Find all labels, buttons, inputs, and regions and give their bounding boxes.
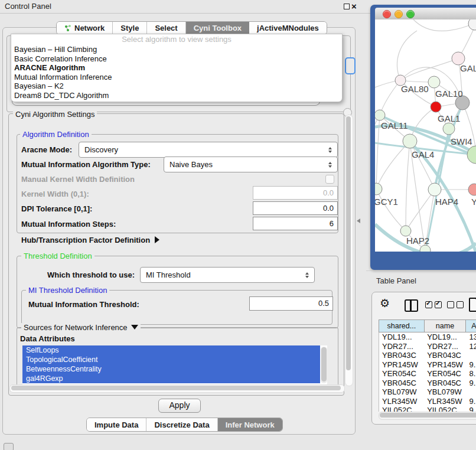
node-label: HAP4: [435, 197, 458, 207]
network-edge[interactable]: [376, 189, 406, 231]
kernel-width-field[interactable]: 0.0: [253, 186, 338, 200]
dpi-tolerance-field[interactable]: 0.0: [253, 201, 338, 215]
float-window-icon[interactable]: [344, 4, 350, 9]
scrollbar-thumb[interactable]: [346, 116, 351, 370]
network-edge[interactable]: [406, 141, 410, 231]
attribute-item-selected[interactable]: BetweennessCentrality: [22, 364, 320, 374]
table-row[interactable]: YER054CYER054C8.: [379, 369, 476, 379]
mi-threshold-field[interactable]: 0.5: [249, 296, 333, 311]
network-node[interactable]: [443, 123, 455, 135]
gear-icon[interactable]: ⚙: [380, 296, 390, 309]
table-row[interactable]: YBR043CYBR043C: [379, 351, 476, 360]
network-window-titlebar[interactable]: [375, 8, 476, 20]
table-panel-card: ⚙ shared... name A YDL19...YDL19...13 YD…: [371, 292, 476, 425]
dropdown-item-selected[interactable]: ARACNE Algorithm: [11, 63, 342, 73]
network-node[interactable]: [428, 183, 441, 196]
network-node[interactable]: [468, 184, 476, 195]
scrollbar-thumb[interactable]: [11, 386, 341, 390]
dpi-tolerance-label: DPI Tolerance [0,1]:: [21, 204, 92, 213]
attribute-item-selected[interactable]: TopologicalCoefficient: [22, 355, 320, 364]
minimize-traffic-light[interactable]: [395, 10, 403, 18]
network-window[interactable]: GALGAL80GAL10GAL1GAL11SWI4GAL4GCY1HAP4YH…: [370, 5, 476, 270]
attribute-item-selected[interactable]: SelfLoops: [22, 345, 320, 355]
network-node[interactable]: [400, 226, 411, 236]
algorithm-dropdown: Select algorithm to view settings Bayesi…: [11, 34, 343, 102]
tab-discretize-data[interactable]: Discretize Data: [146, 418, 217, 431]
network-canvas[interactable]: GALGAL80GAL10GAL1GAL11SWI4GAL4GCY1HAP4YH…: [375, 19, 476, 252]
checked-box-icon: [425, 301, 432, 308]
network-node[interactable]: [403, 134, 417, 148]
dropdown-item[interactable]: Mutual Information Inference: [11, 73, 342, 82]
settings-horizontal-scrollbar[interactable]: [9, 384, 345, 393]
algorithm-definition-legend: Algorithm Definition: [20, 130, 92, 139]
which-threshold-combo[interactable]: MI Threshold: [140, 267, 315, 283]
network-node[interactable]: [420, 245, 431, 252]
table-row[interactable]: YDR27...YDR27...12: [379, 342, 476, 351]
dropdown-item[interactable]: Bayesian – Hill Climbing: [11, 45, 342, 54]
attribute-item-selected[interactable]: gal4RGexp: [22, 374, 320, 383]
dropdown-item[interactable]: Basic Correlation Inference: [11, 54, 342, 64]
close-icon[interactable]: ×: [351, 0, 357, 13]
node-label: GAL11: [381, 120, 408, 131]
scrollbar-thumb[interactable]: [380, 413, 476, 418]
network-edge[interactable]: [400, 58, 458, 80]
network-node[interactable]: [375, 183, 382, 195]
table-row[interactable]: YPR145WYPR145W9.: [379, 360, 476, 370]
settings-vertical-scrollbar[interactable]: [345, 115, 353, 386]
collapsed-mini-tab[interactable]: [4, 443, 14, 450]
table-row[interactable]: YLR345WYLR345W9.: [379, 397, 476, 406]
network-node[interactable]: [375, 110, 385, 120]
spinner-arrows-icon: [325, 147, 335, 153]
network-edge[interactable]: [380, 80, 400, 115]
table-horizontal-scrollbar[interactable]: [379, 412, 476, 420]
network-edge[interactable]: [376, 141, 410, 189]
network-edge[interactable]: [397, 31, 417, 80]
tab-network[interactable]: Network: [57, 22, 113, 34]
tab-style[interactable]: Style: [113, 22, 147, 34]
table-row[interactable]: YDL19...YDL19...13: [379, 332, 476, 342]
unchecked-box-icon: [447, 301, 454, 308]
select-all-columns-icon[interactable]: [425, 301, 442, 308]
node-table: shared... name A YDL19...YDL19...13 YDR2…: [379, 319, 476, 412]
table-row[interactable]: YIL052CYIL052C9: [379, 406, 476, 412]
tab-infer-network[interactable]: Infer Network: [218, 418, 282, 431]
tab-cyni-toolbox[interactable]: Cyni Toolbox: [186, 22, 249, 34]
dropdown-item[interactable]: Dream8 DC_TDC Algorithm: [11, 91, 342, 100]
network-node[interactable]: [428, 76, 440, 88]
deselect-all-columns-icon[interactable]: [447, 301, 464, 308]
table-panel-divider: [366, 270, 476, 271]
apply-button[interactable]: Apply: [158, 399, 201, 413]
mi-steps-field[interactable]: 6: [253, 217, 338, 230]
dropdown-item[interactable]: Bayesian – K2: [11, 81, 342, 91]
aracne-mode-combo[interactable]: Discovery: [79, 142, 338, 158]
network-icon: [64, 25, 71, 32]
which-threshold-label: Which threshold to use:: [47, 270, 135, 279]
manual-kernel-label: Manual Kernel Width Definition: [21, 175, 135, 184]
column-header-name[interactable]: name: [425, 319, 467, 332]
column-header-clipped[interactable]: A: [466, 319, 476, 332]
network-node[interactable]: [431, 102, 441, 112]
close-traffic-light[interactable]: [383, 10, 391, 18]
tab-jactivemnodules[interactable]: jActiveMNodules: [249, 22, 327, 34]
threshold-definition-legend: Threshold Definition: [21, 252, 94, 260]
tab-select[interactable]: Select: [147, 22, 185, 34]
collapsed-arrow-icon: [155, 236, 159, 243]
hub-definition-toggle[interactable]: Hub/Transcription Factor Definition: [21, 236, 159, 244]
table-row[interactable]: YBL079WYBL079W: [379, 387, 476, 397]
network-node[interactable]: [468, 19, 476, 30]
data-attributes-label: Data Attributes: [20, 334, 75, 343]
mi-type-combo[interactable]: Naive Bayes: [164, 156, 338, 172]
tab-impute-data[interactable]: Impute Data: [87, 418, 146, 431]
document-icon[interactable]: [469, 298, 476, 312]
table-row[interactable]: YBR045CYBR045C9.: [379, 379, 476, 388]
columns-icon[interactable]: [405, 299, 418, 312]
sources-legend[interactable]: Sources for Network Inference: [21, 323, 141, 332]
table-header-row: shared... name A: [379, 319, 476, 332]
splitter-collapse-arrow[interactable]: [357, 219, 360, 223]
column-header-shared-name[interactable]: shared...: [379, 319, 425, 332]
manual-kernel-checkbox[interactable]: [325, 175, 334, 184]
zoom-traffic-light[interactable]: [406, 10, 415, 18]
control-panel-tabbar: Network Style Select Cyni Toolbox jActiv…: [56, 21, 327, 35]
network-edge[interactable]: [413, 19, 474, 31]
attributes-scrollbar[interactable]: [321, 347, 327, 383]
